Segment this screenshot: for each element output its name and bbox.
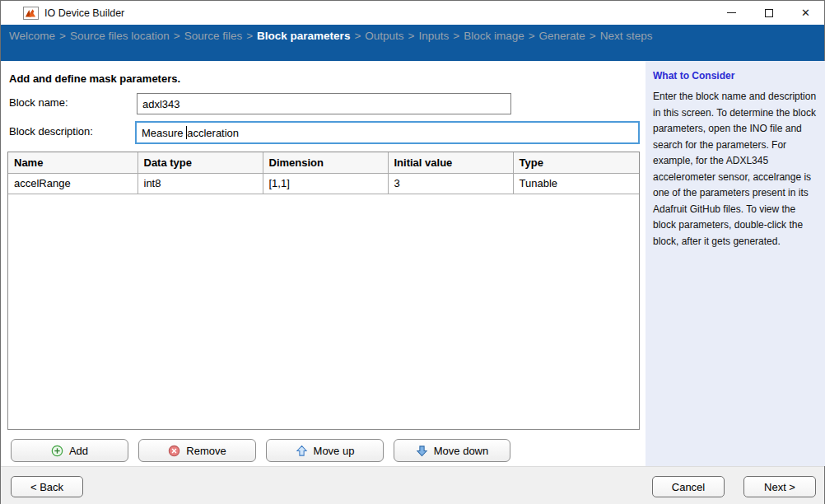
cell-name[interactable]: accelRange — [8, 173, 138, 194]
column-header-name: Name — [8, 152, 138, 173]
description-text-before-caret: Measure — [142, 127, 186, 139]
cell-type[interactable]: Tunable — [513, 173, 639, 194]
sidebar-help-text: Enter the block name and description in … — [653, 89, 818, 250]
move-up-button-label: Move up — [314, 445, 355, 457]
column-header-type: Type — [513, 152, 639, 173]
breadcrumb-separator: > — [59, 30, 66, 42]
cell-initial-value[interactable]: 3 — [388, 173, 513, 194]
plus-circle-icon — [51, 445, 63, 457]
title-bar: IO Device Builder ✕ — [1, 1, 824, 26]
description-text-after-caret: accleration — [187, 127, 239, 139]
remove-button-label: Remove — [186, 445, 226, 457]
breadcrumb-item-welcome: Welcome — [9, 30, 55, 42]
breadcrumb-item-source-files-location: Source files location — [70, 30, 170, 42]
breadcrumb-separator: > — [354, 30, 361, 42]
window-title: IO Device Builder — [44, 7, 124, 19]
footer-bar: < Back Cancel Next > — [1, 466, 824, 504]
breadcrumb: Welcome>Source files location>Source fil… — [1, 25, 824, 61]
add-button[interactable]: Add — [11, 439, 128, 462]
maximize-button[interactable] — [750, 1, 787, 25]
cell-dimension[interactable]: [1,1] — [263, 173, 388, 194]
block-description-label: Block description: — [9, 125, 93, 138]
arrow-up-icon — [296, 445, 308, 457]
maximize-icon — [765, 9, 773, 17]
block-name-input[interactable] — [137, 93, 511, 114]
minimize-button[interactable] — [713, 1, 750, 25]
breadcrumb-item-outputs: Outputs — [365, 30, 403, 42]
page-title: Add and define mask parameters. — [9, 72, 180, 85]
breadcrumb-item-block-parameters: Block parameters — [257, 30, 350, 42]
io-device-builder-window: IO Device Builder ✕ Welcome>Source files… — [0, 0, 825, 504]
cancel-button[interactable]: Cancel — [652, 476, 725, 497]
block-description-input[interactable]: Measure accleration — [135, 121, 640, 144]
breadcrumb-separator: > — [529, 30, 535, 42]
move-down-button-label: Move down — [434, 445, 488, 457]
cell-data-type[interactable]: int8 — [138, 173, 263, 194]
breadcrumb-separator: > — [174, 30, 180, 42]
breadcrumb-separator: > — [453, 30, 459, 42]
table-row[interactable]: accelRange int8 [1,1] 3 Tunable — [8, 173, 639, 194]
parameters-table[interactable]: Name Data type Dimension Initial value T… — [7, 152, 640, 430]
remove-button[interactable]: Remove — [138, 439, 256, 462]
move-up-button[interactable]: Move up — [266, 439, 384, 462]
add-button-label: Add — [69, 445, 88, 457]
block-name-label: Block name: — [9, 96, 68, 109]
breadcrumb-item-inputs: Inputs — [418, 30, 449, 42]
main-content: Add and define mask parameters. Block na… — [1, 61, 646, 466]
minimize-icon — [727, 12, 736, 13]
move-down-button[interactable]: Move down — [394, 439, 510, 462]
next-button[interactable]: Next > — [743, 476, 816, 497]
breadcrumb-separator: > — [590, 30, 596, 42]
breadcrumb-item-generate: Generate — [539, 30, 585, 42]
column-header-initial-value: Initial value — [388, 152, 513, 173]
breadcrumb-separator: > — [246, 30, 253, 42]
back-button[interactable]: < Back — [11, 476, 83, 497]
breadcrumb-separator: > — [408, 30, 415, 42]
breadcrumb-item-source-files: Source files — [184, 30, 243, 42]
table-header-row: Name Data type Dimension Initial value T… — [8, 152, 639, 173]
help-sidebar: What to Consider Enter the block name an… — [646, 61, 825, 466]
close-button[interactable]: ✕ — [787, 1, 824, 25]
column-header-dimension: Dimension — [263, 152, 388, 173]
cross-circle-icon — [168, 445, 180, 457]
arrow-down-icon — [416, 445, 428, 457]
sidebar-heading: What to Consider — [653, 70, 818, 82]
matlab-logo-icon — [23, 7, 39, 20]
breadcrumb-item-next-steps: Next steps — [600, 30, 653, 42]
column-header-data-type: Data type — [138, 152, 263, 173]
close-icon: ✕ — [801, 7, 810, 18]
breadcrumb-item-block-image: Block image — [464, 30, 524, 42]
